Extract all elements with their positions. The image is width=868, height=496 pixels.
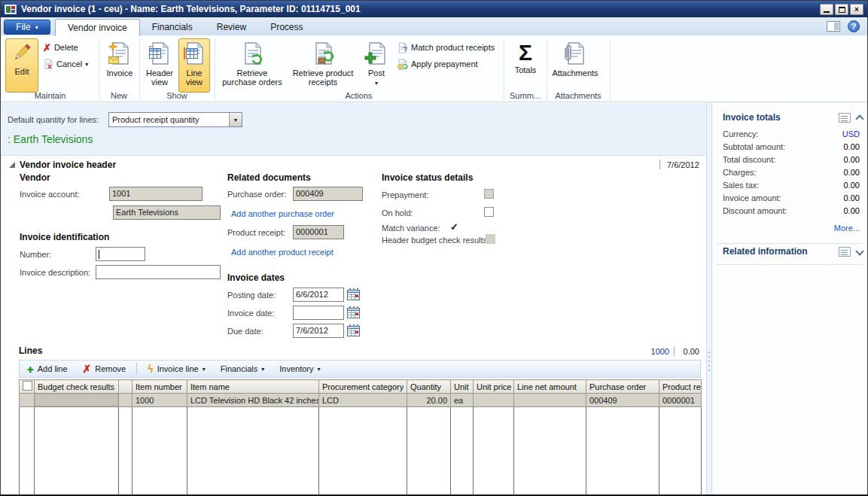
column-header-flag[interactable] bbox=[119, 380, 132, 394]
collapse-triangle-icon[interactable] bbox=[9, 162, 15, 168]
tab-vendor-invoice[interactable]: Vendor invoice bbox=[55, 19, 140, 36]
layout-panel-icon[interactable] bbox=[827, 21, 840, 32]
on-hold-label: On hold: bbox=[382, 208, 413, 218]
remove-x-icon: ✗ bbox=[83, 364, 92, 374]
chevron-down-icon: ▾ bbox=[261, 366, 264, 373]
cell-quantity[interactable]: 20.00 bbox=[407, 394, 451, 407]
column-header-item-number[interactable]: Item number bbox=[132, 380, 187, 394]
panel-splitter[interactable] bbox=[706, 103, 712, 495]
cell-procurement-category[interactable]: LCD bbox=[319, 394, 407, 407]
grid-empty-area[interactable] bbox=[20, 407, 702, 494]
invoice-line-menu-button[interactable]: ϟ Invoice line ▾ bbox=[140, 361, 212, 377]
select-all-header[interactable] bbox=[20, 380, 35, 394]
financials-menu-button[interactable]: Financials ▾ bbox=[213, 361, 273, 377]
invoice-date-field[interactable] bbox=[293, 306, 344, 320]
cell-unit[interactable]: ea bbox=[451, 394, 474, 407]
column-header-unit[interactable]: Unit bbox=[451, 380, 474, 394]
cell-flag[interactable] bbox=[119, 394, 132, 407]
totals-row-value[interactable]: USD bbox=[842, 129, 860, 138]
calendar-icon[interactable] bbox=[347, 306, 360, 318]
invoice-account-field[interactable]: 1001 bbox=[109, 187, 203, 201]
retrieve-product-receipts-button[interactable]: Retrieve product receipts bbox=[288, 38, 358, 93]
more-link[interactable]: More... bbox=[834, 224, 860, 233]
column-header-procurement-category[interactable]: Procurement category bbox=[319, 380, 407, 394]
close-button[interactable]: × bbox=[850, 4, 863, 15]
prepayment-label: Prepayment: bbox=[382, 190, 428, 199]
minimize-button[interactable] bbox=[820, 4, 833, 15]
on-hold-checkbox[interactable] bbox=[484, 207, 494, 217]
column-header-quantity[interactable]: Quantity bbox=[407, 380, 451, 394]
combo-dropdown-button[interactable]: ▼ bbox=[229, 113, 242, 126]
cell-item-name[interactable]: LCD Television HD Black 42 inches bbox=[187, 394, 319, 407]
default-quantity-value: Product receipt quantity bbox=[109, 113, 229, 126]
product-receipt-field[interactable]: 0000001 bbox=[293, 225, 344, 239]
lines-ref-number[interactable]: 1000 bbox=[647, 347, 669, 356]
add-another-product-receipt-link[interactable]: Add another product receipt bbox=[231, 248, 333, 257]
tab-review[interactable]: Review bbox=[205, 19, 258, 36]
vendor-name-field[interactable]: Earth Televisions bbox=[113, 205, 221, 220]
invoice-button[interactable]: Invoice bbox=[102, 38, 137, 93]
inventory-menu-button[interactable]: Inventory ▾ bbox=[272, 361, 327, 377]
column-header-budget-check-results[interactable]: Budget check results bbox=[35, 380, 119, 394]
cell-purchase-order[interactable]: 000409 bbox=[586, 394, 659, 407]
cell-line-net-amount[interactable] bbox=[514, 394, 586, 407]
totals-row-value: 0.00 bbox=[844, 168, 860, 177]
remove-line-button[interactable]: ✗ Remove bbox=[75, 361, 134, 377]
calendar-icon[interactable] bbox=[347, 288, 360, 300]
text-cursor bbox=[99, 250, 99, 259]
column-header-unit-price[interactable]: Unit price bbox=[474, 380, 514, 394]
maximize-button[interactable] bbox=[835, 4, 848, 15]
default-quantity-combobox[interactable]: Product receipt quantity ▼ bbox=[108, 112, 242, 127]
posting-date-field[interactable]: 6/6/2012 bbox=[293, 288, 344, 302]
cell-budget-check-results[interactable] bbox=[35, 394, 119, 407]
attachments-button[interactable]: Attachments bbox=[550, 38, 600, 93]
post-button[interactable]: Post ▾ bbox=[361, 38, 392, 93]
retrieve-product-receipts-label: Retrieve product receipts bbox=[289, 68, 357, 87]
column-header-item-name[interactable]: Item name bbox=[187, 380, 319, 394]
pencil-icon bbox=[11, 41, 33, 64]
cell-unit-price[interactable] bbox=[474, 394, 514, 407]
line-view-button[interactable]: Line view bbox=[178, 38, 210, 93]
due-date-field[interactable]: 7/6/2012 bbox=[293, 324, 344, 338]
cancel-button[interactable]: x Cancel ▾ bbox=[43, 57, 88, 71]
row-select-cell[interactable] bbox=[20, 394, 35, 407]
column-header-line-net-amount[interactable]: Line net amount bbox=[514, 380, 586, 394]
tab-process[interactable]: Process bbox=[258, 19, 315, 36]
purchase-order-field[interactable]: 000409 bbox=[293, 187, 363, 201]
column-header-product-receipt[interactable]: Product receipt bbox=[659, 380, 702, 394]
tab-financials[interactable]: Financials bbox=[140, 19, 205, 36]
cell-item-number[interactable]: 1000 bbox=[132, 394, 187, 407]
table-row[interactable]: 1000 LCD Television HD Black 42 inches L… bbox=[20, 394, 702, 407]
related-documents-heading: Related documents bbox=[227, 172, 311, 183]
edit-button[interactable]: Edit bbox=[5, 38, 38, 93]
cell-product-receipt[interactable]: 0000001 bbox=[659, 394, 702, 407]
totals-row-value: 0.00 bbox=[844, 155, 860, 164]
collapse-chevron-up-icon[interactable] bbox=[857, 114, 863, 121]
select-all-checkbox[interactable] bbox=[23, 381, 32, 391]
vendor-invoice-header-section: Vendor invoice header 7/6/2012 Vendor In… bbox=[2, 155, 707, 343]
retrieve-purchase-orders-label: Retrieve purchase orders bbox=[220, 68, 285, 87]
ribbon: Edit ✗ Delete x Cancel ▾ Maintain Invoic… bbox=[1, 36, 867, 102]
retrieve-purchase-orders-button[interactable]: Retrieve purchase orders bbox=[219, 38, 285, 93]
help-icon[interactable]: ? bbox=[848, 20, 860, 32]
app-icon bbox=[5, 5, 17, 14]
invoice-status-details-heading: Invoice status details bbox=[382, 172, 473, 183]
panel-grid-icon[interactable] bbox=[839, 247, 851, 257]
invoice-description-field[interactable] bbox=[96, 265, 221, 279]
number-field[interactable] bbox=[96, 247, 145, 261]
totals-button[interactable]: Σ Totals bbox=[507, 38, 544, 93]
delete-button[interactable]: ✗ Delete bbox=[43, 41, 78, 54]
calendar-icon[interactable] bbox=[347, 324, 360, 336]
remove-line-label: Remove bbox=[95, 364, 126, 373]
expand-chevron-down-icon[interactable] bbox=[857, 248, 863, 255]
totals-row-value: 0.00 bbox=[844, 142, 860, 151]
apply-prepayment-button[interactable]: Apply prepayment bbox=[397, 57, 478, 71]
match-product-receipts-button[interactable]: ? Match product receipts bbox=[397, 41, 495, 54]
panel-grid-icon[interactable] bbox=[839, 113, 851, 123]
file-menu-button[interactable]: File ▾ bbox=[4, 20, 50, 35]
header-view-button[interactable]: Header view bbox=[142, 38, 177, 93]
splitter-handle-icon bbox=[708, 351, 710, 371]
column-header-purchase-order[interactable]: Purchase order bbox=[586, 380, 659, 394]
add-another-purchase-order-link[interactable]: Add another purchase order bbox=[231, 209, 334, 218]
add-line-button[interactable]: + Add line bbox=[20, 361, 75, 377]
